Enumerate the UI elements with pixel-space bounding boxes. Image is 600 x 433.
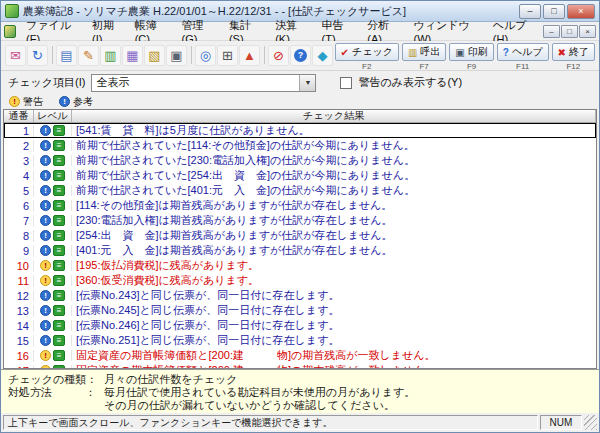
help-button-group: ?ヘルプF11 bbox=[497, 43, 549, 71]
recall-button-key-hint: F7 bbox=[419, 62, 428, 71]
check-result-row[interactable]: 14 ! ≡ [伝票No.246]と同じ伝票が、同一日付に存在します。 bbox=[4, 318, 596, 333]
check-result-text: [230:電話加入権]は期首残高がありますが仕訳が存在しません。 bbox=[72, 213, 596, 228]
check-button-label: チェック bbox=[352, 45, 393, 59]
maximize-button[interactable]: □ bbox=[543, 4, 565, 19]
row-number: 1 bbox=[4, 125, 34, 137]
row-number: 14 bbox=[4, 320, 34, 332]
jump-to-journal-icon[interactable]: ≡ bbox=[53, 260, 65, 271]
jump-to-journal-icon[interactable]: ≡ bbox=[53, 290, 65, 301]
exit-button-group: ✖終了F12 bbox=[552, 43, 595, 71]
row-level-cell: ! ≡ bbox=[34, 320, 72, 331]
preview-icon[interactable]: ◎ bbox=[195, 45, 216, 66]
warning-only-checkbox[interactable] bbox=[340, 77, 352, 89]
info-icon: ! bbox=[40, 200, 51, 211]
check-result-row[interactable]: 3 ! ≡ 前期で仕訳されていた[230:電話加入権]の仕訳が今期にありません。 bbox=[4, 153, 596, 168]
jump-to-journal-icon[interactable]: ≡ bbox=[53, 155, 65, 166]
check-result-text: [360:仮受消費税]に残高があります。 bbox=[72, 273, 596, 288]
mdi-restore-button[interactable]: □ bbox=[561, 25, 578, 38]
mdi-minimize-button[interactable]: – bbox=[543, 25, 560, 38]
row-level-cell: ! ≡ bbox=[34, 230, 72, 241]
journal-book-icon[interactable]: ▥ bbox=[100, 45, 121, 66]
check-result-row[interactable]: 12 ! ≡ [伝票No.243]と同じ伝票が、同一日付に存在します。 bbox=[4, 288, 596, 303]
check-item-value: 全表示 bbox=[92, 75, 299, 90]
ledger-book-icon[interactable]: ▦ bbox=[122, 45, 143, 66]
warning-only-label[interactable]: 警告のみ表示する(Y) bbox=[358, 75, 462, 90]
help-button[interactable]: ?ヘルプ bbox=[497, 43, 549, 61]
chevron-down-icon[interactable]: ▼ bbox=[299, 75, 315, 91]
print-icon[interactable]: ▣ bbox=[166, 45, 187, 66]
jump-to-journal-icon[interactable]: ≡ bbox=[53, 275, 65, 286]
info-icon: ! bbox=[40, 170, 51, 181]
trial-balance-icon[interactable]: ▧ bbox=[144, 45, 165, 66]
check-result-row[interactable]: 4 ! ≡ 前期で仕訳されていた[254:出 資 金]の仕訳が今期にありません。 bbox=[4, 168, 596, 183]
check-result-row[interactable]: 10 ! ≡ [195:仮払消費税]に残高があります。 bbox=[4, 258, 596, 273]
stop-icon[interactable]: ⊘ bbox=[268, 45, 289, 66]
close-button[interactable]: × bbox=[567, 4, 595, 19]
check-result-row[interactable]: 7 ! ≡ [230:電話加入権]は期首残高がありますが仕訳が存在しません。 bbox=[4, 213, 596, 228]
check-result-row[interactable]: 11 ! ≡ [360:仮受消費税]に残高があります。 bbox=[4, 273, 596, 288]
check-result-row[interactable]: 9 ! ≡ [401:元 入 金]は期首残高がありますが仕訳が存在しません。 bbox=[4, 243, 596, 258]
check-result-row[interactable]: 8 ! ≡ [254:出 資 金]は期首残高がありますが仕訳が存在しません。 bbox=[4, 228, 596, 243]
calculator-icon[interactable]: ⊞ bbox=[217, 45, 238, 66]
column-header-level[interactable]: レベル bbox=[34, 110, 72, 122]
jump-to-journal-icon[interactable]: ≡ bbox=[53, 320, 65, 331]
check-item-label: チェック項目(I) bbox=[8, 75, 85, 90]
row-number: 13 bbox=[4, 305, 34, 317]
jump-to-journal-icon[interactable]: ≡ bbox=[53, 305, 65, 316]
check-result-row[interactable]: 13 ! ≡ [伝票No.245]と同じ伝票が、同一日付に存在します。 bbox=[4, 303, 596, 318]
print-button-key-hint: F9 bbox=[467, 62, 476, 71]
graph-icon[interactable]: ▲ bbox=[239, 45, 260, 66]
column-header-result[interactable]: チェック結果 bbox=[72, 110, 596, 122]
recall-button[interactable]: ▥呼出 bbox=[402, 43, 446, 61]
row-number: 8 bbox=[4, 230, 34, 242]
toolbar-icons: ✉↻▤✎▥▦▧▣◎⊞▲⊘?◆ bbox=[5, 43, 334, 67]
column-header-no[interactable]: 通番 bbox=[4, 110, 34, 122]
info-icon: ! bbox=[40, 305, 51, 316]
voucher-input-icon[interactable]: ▤ bbox=[56, 45, 77, 66]
jump-to-journal-icon[interactable]: ≡ bbox=[53, 215, 65, 226]
voucher-input-icon-glyph: ▤ bbox=[60, 49, 72, 62]
check-result-row[interactable]: 2 ! ≡ 前期で仕訳されていた[114:その他預金]の仕訳が今期にありません。 bbox=[4, 138, 596, 153]
jump-to-journal-icon[interactable]: ≡ bbox=[53, 125, 65, 136]
journal-book-icon-glyph: ▥ bbox=[104, 49, 116, 62]
print-button-label: 印刷 bbox=[468, 45, 488, 59]
check-item-select[interactable]: 全表示 ▼ bbox=[91, 74, 316, 92]
check-result-row[interactable]: 15 ! ≡ [伝票No.251]と同じ伝票が、同一日付に存在します。 bbox=[4, 333, 596, 348]
resize-grip[interactable] bbox=[584, 415, 597, 430]
help-icon[interactable]: ? bbox=[290, 45, 311, 66]
mdi-child-icon bbox=[4, 25, 16, 38]
mdi-close-button[interactable]: × bbox=[579, 25, 596, 38]
jump-to-journal-icon[interactable]: ≡ bbox=[53, 230, 65, 241]
jump-to-journal-icon[interactable]: ≡ bbox=[53, 245, 65, 256]
info-icon: ! bbox=[40, 125, 51, 136]
option-icon[interactable]: ◆ bbox=[312, 45, 333, 66]
app-icon bbox=[5, 4, 19, 18]
row-level-cell: ! ≡ bbox=[34, 335, 72, 346]
jump-to-journal-icon[interactable]: ≡ bbox=[53, 140, 65, 151]
jump-to-journal-icon[interactable]: ≡ bbox=[53, 335, 65, 346]
jump-to-journal-icon[interactable]: ≡ bbox=[53, 170, 65, 181]
check-result-text: 前期で仕訳されていた[114:その他預金]の仕訳が今期にありません。 bbox=[72, 138, 596, 153]
warning-legend-label: 警告 bbox=[23, 95, 43, 109]
jump-to-journal-icon[interactable]: ≡ bbox=[53, 200, 65, 211]
check-result-text: 前期で仕訳されていた[230:電話加入権]の仕訳が今期にありません。 bbox=[72, 153, 596, 168]
check-result-row[interactable]: 6 ! ≡ [114:その他預金]は期首残高がありますが仕訳が存在しません。 bbox=[4, 198, 596, 213]
check-result-row[interactable]: 1 ! ≡ [541:賃 貸 料]は5月度に仕訳がありません。 bbox=[4, 123, 596, 138]
check-service-icon[interactable]: ↻ bbox=[27, 45, 48, 66]
check-button[interactable]: ✔チェック bbox=[335, 43, 399, 61]
exit-button[interactable]: ✖終了 bbox=[552, 43, 595, 61]
print-button[interactable]: ▣印刷 bbox=[449, 43, 493, 61]
row-number: 4 bbox=[4, 170, 34, 182]
action-label-spacer bbox=[8, 399, 104, 412]
row-level-cell: ! ≡ bbox=[34, 350, 72, 361]
action-line2: その月の仕訳が漏れていないかどうか確認してください。 bbox=[104, 399, 592, 412]
grid-header: 通番 レベル チェック結果 bbox=[4, 110, 596, 123]
journal-edit-icon[interactable]: ✎ bbox=[78, 45, 99, 66]
detail-panel: チェックの種類： 月々の仕訳件数をチェック 対処方法 ： 毎月仕訳で使用されてい… bbox=[1, 369, 599, 413]
check-result-row[interactable]: 5 ! ≡ 前期で仕訳されていた[401:元 入 金]の仕訳が今期にありません。 bbox=[4, 183, 596, 198]
jump-to-journal-icon[interactable]: ≡ bbox=[53, 350, 65, 361]
jump-to-journal-icon[interactable]: ≡ bbox=[53, 185, 65, 196]
row-number: 10 bbox=[4, 260, 34, 272]
check-result-row[interactable]: 16 ! ≡ 固定資産の期首帳簿価額と[200:建 物]の期首残高が一致しません… bbox=[4, 348, 596, 363]
mail-icon[interactable]: ✉ bbox=[5, 45, 26, 66]
